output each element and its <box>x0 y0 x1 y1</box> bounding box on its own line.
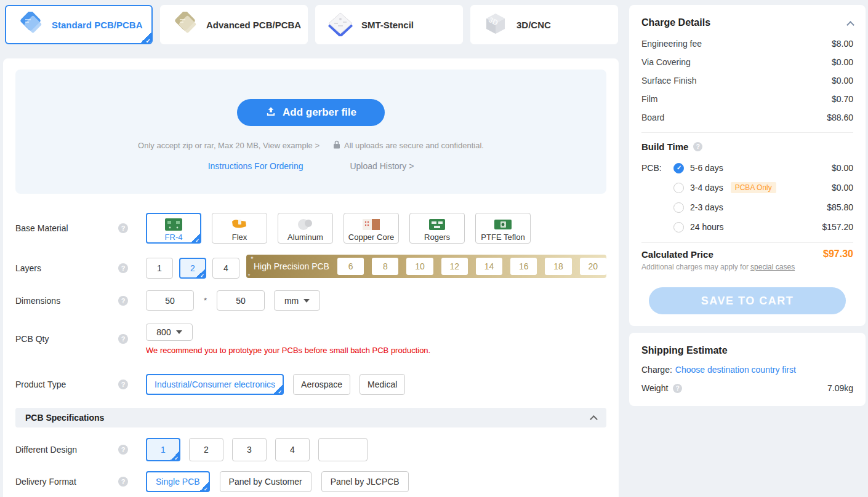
shipping-charge-label: Charge: <box>641 365 672 375</box>
layers-option-8[interactable]: 8 <box>372 258 398 275</box>
help-icon[interactable] <box>693 142 702 151</box>
dimensions-separator: * <box>204 296 207 305</box>
material-option-aluminum[interactable]: Aluminum <box>278 213 333 244</box>
chevron-down-icon <box>176 330 182 334</box>
high-precision-pcb-banner: High Precision PCB 6 8 10 12 14 16 18 20 <box>246 255 606 278</box>
pcb-specifications-header: PCB Specifications <box>15 408 606 427</box>
build-time-group-label: PCB: <box>641 163 673 173</box>
product-type-aerospace[interactable]: Aerospace <box>293 374 350 395</box>
check-icon <box>191 233 201 243</box>
layer-option-label: 2 <box>190 263 195 273</box>
charge-label: Via Covering <box>641 57 691 67</box>
product-type-medical[interactable]: Medical <box>360 374 405 395</box>
radio-24-hours[interactable] <box>673 222 684 233</box>
pcb-qty-select[interactable]: 800 <box>146 324 193 341</box>
tab-smt-stencil[interactable]: SMT-Stencil <box>315 5 463 44</box>
add-gerber-file-button[interactable]: Add gerber file <box>237 99 385 126</box>
help-icon[interactable] <box>118 380 128 389</box>
charge-details-title: Charge Details <box>641 17 710 28</box>
build-time-price: $157.20 <box>822 222 853 232</box>
tab-label: Standard PCB/PCBA <box>52 20 143 30</box>
build-time-option: 3-4 days PCBA Only $0.00 <box>641 178 853 197</box>
help-icon[interactable] <box>118 263 128 273</box>
different-design-custom-input[interactable] <box>318 438 368 461</box>
layers-option-4[interactable]: 4 <box>212 258 239 279</box>
chevron-up-icon[interactable] <box>846 21 854 29</box>
layers-option-1[interactable]: 1 <box>146 258 173 279</box>
design-option-label: 4 <box>290 445 295 455</box>
additional-charges-note: Additional charges may apply for <box>641 263 749 271</box>
tab-advanced-pcb[interactable]: Advanced PCB/PCBA <box>160 5 308 44</box>
upload-icon <box>265 106 276 120</box>
material-option-copper-core[interactable]: Copper Core <box>344 213 399 244</box>
help-icon[interactable] <box>673 384 682 393</box>
calculated-price-value: $97.30 <box>823 248 853 260</box>
upload-hint-text[interactable]: Only accept zip or rar, Max 20 MB, View … <box>138 141 319 150</box>
dimensions-label: Dimensions <box>15 296 118 306</box>
layer-option-label: 16 <box>519 261 529 271</box>
delivery-format-single-pcb[interactable]: Single PCB <box>146 471 210 492</box>
special-cases-link[interactable]: special cases <box>750 263 795 271</box>
layer-option-label: 12 <box>450 261 460 271</box>
product-type-row: Product Type Industrial/Consumer electro… <box>15 374 606 395</box>
different-design-option-4[interactable]: 4 <box>275 438 310 461</box>
material-option-fr4[interactable]: FR-4 <box>146 213 201 244</box>
design-option-label: 3 <box>247 445 252 455</box>
material-option-rogers[interactable]: Rogers <box>409 213 465 244</box>
help-icon[interactable] <box>118 477 128 487</box>
product-type-industrial[interactable]: Industrial/Consumer electronics <box>146 374 284 395</box>
dimension-width-input[interactable] <box>146 290 194 311</box>
tab-label: 3D/CNC <box>516 20 551 30</box>
layers-option-14[interactable]: 14 <box>476 258 502 275</box>
material-option-flex[interactable]: Flex <box>212 213 267 244</box>
layers-option-18[interactable]: 18 <box>545 258 571 275</box>
upload-history-link[interactable]: Upload History > <box>350 161 414 171</box>
layers-label: Layers <box>15 263 118 273</box>
charge-details-card: Charge Details Engineering fee $8.00 Via… <box>629 5 866 326</box>
order-form-card: Add gerber file Only accept zip or rar, … <box>3 58 619 497</box>
layers-option-2[interactable]: 2 <box>179 258 206 279</box>
dimension-height-input[interactable] <box>217 290 265 311</box>
divider <box>641 242 853 243</box>
radio-3-4-days[interactable] <box>673 183 684 193</box>
layer-option-label: 20 <box>589 261 598 271</box>
design-option-label: 1 <box>161 445 166 455</box>
delivery-format-panel-by-jlcpcb[interactable]: Panel by JLCPCB <box>321 471 409 492</box>
advanced-pcb-icon <box>172 12 199 38</box>
pcb-qty-value: 800 <box>156 327 171 337</box>
delivery-format-panel-by-customer[interactable]: Panel by Customer <box>220 471 311 492</box>
material-option-ptfe-teflon[interactable]: PTFE Teflon <box>475 213 531 244</box>
tab-standard-pcb[interactable]: Standard PCB/PCBA <box>5 5 153 44</box>
radio-5-6-days[interactable] <box>673 163 684 173</box>
chevron-up-icon[interactable] <box>590 415 598 423</box>
different-design-option-2[interactable]: 2 <box>189 438 223 461</box>
help-icon[interactable] <box>118 223 128 233</box>
dimension-unit-select[interactable]: mm <box>274 290 320 311</box>
charge-value: $0.70 <box>832 94 853 104</box>
delivery-format-label: Delivery Format <box>15 477 118 487</box>
different-design-option-3[interactable]: 3 <box>232 438 267 461</box>
base-material-row: Base Material FR-4 Flex Aluminum <box>15 213 606 244</box>
choose-destination-link[interactable]: Choose destination country first <box>675 365 796 375</box>
different-design-label: Different Design <box>15 445 118 455</box>
ptfe-teflon-thumbnail <box>493 218 513 231</box>
standard-pcb-icon <box>17 12 44 38</box>
layers-option-20[interactable]: 20 <box>580 258 606 275</box>
layers-option-16[interactable]: 16 <box>510 258 537 275</box>
layers-option-10[interactable]: 10 <box>406 258 433 275</box>
lock-icon <box>333 140 340 151</box>
layers-option-12[interactable]: 12 <box>441 258 468 275</box>
radio-2-3-days[interactable] <box>673 202 684 213</box>
layers-option-6[interactable]: 6 <box>337 258 364 275</box>
different-design-option-1[interactable]: 1 <box>146 438 180 461</box>
help-icon[interactable] <box>118 296 128 306</box>
instructions-for-ordering-link[interactable]: Instructions For Ordering <box>208 161 303 171</box>
help-icon[interactable] <box>118 445 128 455</box>
layer-option-label: 10 <box>415 261 425 271</box>
secure-note: All uploads are secure and confidential. <box>344 141 484 150</box>
tab-label: Advanced PCB/PCBA <box>206 20 301 30</box>
tab-3d-cnc[interactable]: 3D 3D/CNC <box>470 5 618 44</box>
save-to-cart-button[interactable]: SAVE TO CART <box>649 287 846 314</box>
help-icon[interactable] <box>118 334 128 344</box>
layer-option-label: 8 <box>383 261 388 271</box>
